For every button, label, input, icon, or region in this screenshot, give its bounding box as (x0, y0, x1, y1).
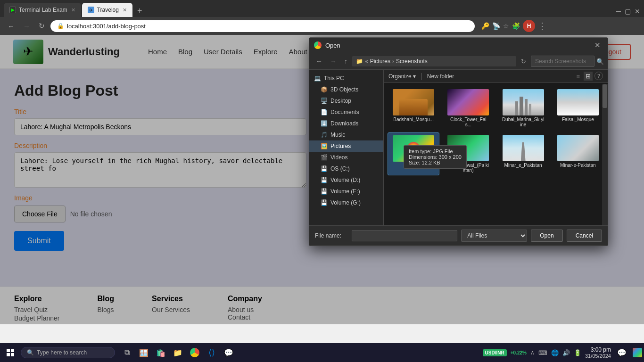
volume-g-icon: 💾 (321, 199, 328, 206)
sidebar-videos[interactable]: 🎬Videos (309, 152, 383, 163)
dialog-footer: File name: All Files Open Cancel (309, 225, 608, 246)
dialog-body: 💻This PC 📦3D Objects 🖥️Desktop 📄Document… (309, 70, 608, 225)
dialog-cancel-btn[interactable]: Cancel (567, 230, 602, 242)
sidebar-volume-e[interactable]: 💾Volume (E:) (309, 186, 383, 197)
sidebar-desktop[interactable]: 🖥️Desktop (309, 95, 383, 107)
sys-icon-volume[interactable]: 🔊 (562, 349, 570, 356)
taskbar: 🔍 Type here to search ⧉ 🪟 🛍️ 📁 ⟨⟩ 💬 USD/… (0, 343, 644, 362)
file-item-clock[interactable]: Clock_Tower_Fais... (442, 87, 494, 130)
maximize-btn[interactable]: ▢ (625, 8, 631, 15)
back-btn[interactable]: ← (5, 21, 17, 32)
terminal-favicon: ▶ (9, 7, 16, 13)
close-btn[interactable]: ✕ (635, 8, 640, 15)
taskbar-clock: 3:00 pm 31/05/2024 (585, 346, 611, 359)
sys-icon-chevron[interactable]: ∧ (530, 349, 535, 356)
star-icon[interactable]: ☆ (503, 22, 509, 30)
sys-icon-network[interactable]: 🌐 (551, 349, 559, 356)
cast-icon[interactable]: 📡 (492, 22, 500, 30)
dialog-refresh-btn[interactable]: ↻ (518, 57, 529, 66)
sidebar-3d-objects[interactable]: 📦3D Objects (309, 84, 383, 95)
taskbar-browser-icon[interactable] (187, 345, 203, 361)
start-btn[interactable] (2, 344, 19, 361)
file-item-flower[interactable]: Flower (388, 132, 439, 175)
file-item-badshahi[interactable]: Badshahi_Mosqu... (388, 87, 439, 130)
browser-window-controls: ─ ▢ ✕ (616, 8, 640, 15)
dialog-title-text: Open (325, 42, 340, 49)
dialog-open-btn[interactable]: Open (531, 230, 562, 242)
sidebar-volume-d[interactable]: 💾Volume (D:) (309, 174, 383, 186)
file-thumb-badshahi (393, 89, 434, 115)
sidebar-pictures[interactable]: 🖼️Pictures (309, 140, 383, 152)
taskbar-store-icon[interactable]: 🛍️ (153, 345, 169, 361)
sys-icon-keyboard[interactable]: ⌨ (538, 349, 547, 356)
file-name-clock: Clock_Tower_Fais... (447, 117, 489, 127)
taskbar-apps-icon[interactable]: 🪟 (136, 345, 152, 361)
dialog-forward-btn[interactable]: → (327, 56, 339, 66)
dialog-close-btn[interactable]: ✕ (592, 41, 603, 49)
task-view-btn[interactable]: ⧉ (119, 345, 135, 361)
file-item-kalam[interactable]: Kalam_Swat_(Pa kistan) (442, 132, 494, 175)
scroll-thumb[interactable] (603, 84, 607, 108)
taskbar-search-icon: 🔍 (27, 349, 34, 356)
extensions-icon[interactable]: 🧩 (512, 22, 520, 30)
key-icon[interactable]: 🔑 (481, 22, 489, 30)
forward-btn[interactable]: → (20, 21, 33, 32)
filename-input[interactable] (352, 230, 457, 241)
chrome-menu-btn[interactable]: ⋮ (538, 21, 546, 31)
clock-time: 3:00 pm (585, 346, 611, 353)
tab-travelog[interactable]: ✈ Travelog ✕ (82, 3, 132, 17)
address-bar[interactable]: 🔒 localhost:3001/add-blog-post (50, 20, 475, 32)
dialog-nav-bar: ← → ↑ 📁 « Pictures › Screenshots ↻ 🔍 (309, 53, 608, 70)
taskbar-files-icon[interactable]: 📁 (170, 345, 186, 361)
organize-btn[interactable]: Organize ▾ (388, 73, 416, 80)
browser-chrome: ▶ Terminal Lab Exam ✕ ✈ Travelog ✕ + ─ ▢… (0, 0, 644, 17)
sidebar-music[interactable]: 🎵Music (309, 129, 383, 140)
dialog-search-icon[interactable]: 🔍 (596, 58, 604, 65)
minimize-btn[interactable]: ─ (616, 8, 621, 15)
usd-badge: USD/INR (483, 349, 507, 356)
taskbar-code-icon[interactable]: ⟨⟩ (204, 345, 220, 361)
dialog-chrome-icon (314, 41, 322, 49)
videos-icon: 🎬 (321, 154, 328, 161)
new-folder-btn[interactable]: New folder (427, 73, 454, 80)
view-help-btn[interactable]: ? (594, 72, 603, 80)
file-item-dubai[interactable]: Dubai_Marina_Sk yline (497, 87, 549, 130)
address-bar-row: ← → ↻ 🔒 localhost:3001/add-blog-post 🔑 📡… (0, 17, 644, 35)
file-thumb-minar1 (503, 135, 544, 161)
reload-btn[interactable]: ↻ (36, 20, 48, 32)
filetype-select[interactable]: All Files (461, 230, 527, 242)
sidebar-list: 💻This PC 📦3D Objects 🖥️Desktop 📄Document… (309, 73, 383, 208)
dialog-scrollbar[interactable] (602, 84, 608, 225)
desktop-icon: 🖥️ (321, 98, 328, 104)
sidebar-this-pc[interactable]: 💻This PC (309, 73, 383, 84)
tab-terminal[interactable]: ▶ Terminal Lab Exam ✕ (4, 3, 81, 17)
files-toolbar: Organize ▾ | New folder ≡ ⊞ ? (384, 70, 608, 83)
file-item-faisal[interactable]: Faisal_Mosque (552, 87, 604, 130)
start-icon (7, 349, 14, 356)
sys-icon-battery[interactable]: 🔋 (574, 349, 581, 356)
view-list-btn[interactable]: ≡ (574, 72, 582, 81)
sidebar-documents[interactable]: 📄Documents (309, 107, 383, 118)
dialog-back-btn[interactable]: ← (313, 56, 325, 66)
tab-travelog-close[interactable]: ✕ (123, 7, 127, 13)
file-item-minar1[interactable]: Minar_e_Pakistan (497, 132, 549, 175)
sidebar-downloads[interactable]: ⬇️Downloads (309, 118, 383, 129)
view-grid-btn[interactable]: ⊞ (584, 72, 593, 81)
url-text: localhost:3001/add-blog-post (67, 23, 468, 30)
notification-btn[interactable]: 💬 (615, 346, 629, 360)
taskbar-whatsapp-icon[interactable]: 💬 (221, 345, 237, 361)
color-icon (633, 348, 642, 357)
breadcrumb-part2: Screenshots (396, 58, 428, 65)
page: ✈ Wanderlusting Home Blog User Details E… (0, 35, 644, 324)
tab-terminal-close[interactable]: ✕ (71, 7, 75, 13)
file-item-minar2[interactable]: Minar-e-Pakistan (552, 132, 604, 175)
new-tab-btn[interactable]: + (133, 6, 146, 16)
sidebar-volume-g[interactable]: 💾Volume (G:) (309, 197, 383, 208)
dialog-up-btn[interactable]: ↑ (341, 56, 350, 66)
sidebar-os-c[interactable]: 💾OS (C:) (309, 163, 383, 174)
profile-btn[interactable]: H (523, 20, 535, 32)
taskbar-search-box[interactable]: 🔍 Type here to search (21, 347, 115, 358)
documents-icon: 📄 (321, 109, 328, 115)
downloads-icon: ⬇️ (321, 120, 328, 127)
dialog-search-input[interactable] (531, 56, 594, 67)
